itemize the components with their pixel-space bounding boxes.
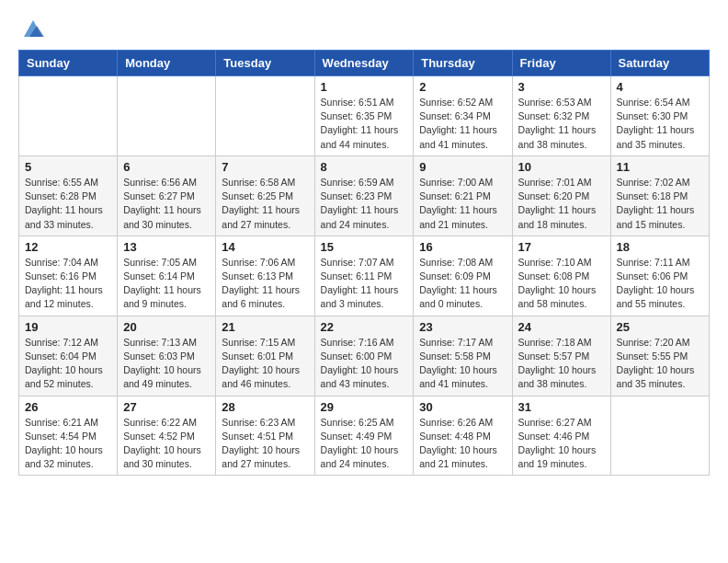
calendar: SundayMondayTuesdayWednesdayThursdayFrid… — [18, 50, 710, 476]
day-number: 23 — [419, 320, 506, 334]
weekday-header-saturday: Saturday — [610, 51, 709, 76]
day-number: 18 — [617, 240, 703, 254]
day-number: 27 — [123, 400, 210, 414]
weekday-header-row: SundayMondayTuesdayWednesdayThursdayFrid… — [19, 51, 710, 76]
day-number: 25 — [617, 320, 703, 334]
week-row-3: 12Sunrise: 7:04 AMSunset: 6:16 PMDayligh… — [19, 236, 710, 316]
day-info: Sunrise: 7:18 AMSunset: 5:57 PMDaylight:… — [518, 336, 605, 392]
calendar-cell: 31Sunrise: 6:27 AMSunset: 4:46 PMDayligh… — [512, 396, 610, 476]
day-info: Sunrise: 7:02 AMSunset: 6:18 PMDaylight:… — [617, 176, 703, 232]
calendar-cell — [19, 76, 118, 156]
calendar-cell: 15Sunrise: 7:07 AMSunset: 6:11 PMDayligh… — [314, 236, 414, 316]
calendar-cell: 14Sunrise: 7:06 AMSunset: 6:13 PMDayligh… — [216, 236, 314, 316]
calendar-cell — [216, 76, 314, 156]
day-number: 13 — [123, 240, 210, 254]
day-info: Sunrise: 7:16 AMSunset: 6:00 PMDaylight:… — [321, 336, 408, 392]
day-info: Sunrise: 6:55 AMSunset: 6:28 PMDaylight:… — [25, 176, 111, 232]
calendar-cell: 10Sunrise: 7:01 AMSunset: 6:20 PMDayligh… — [512, 155, 610, 236]
day-info: Sunrise: 7:00 AMSunset: 6:21 PMDaylight:… — [419, 176, 506, 232]
weekday-header-thursday: Thursday — [414, 51, 512, 76]
calendar-cell: 9Sunrise: 7:00 AMSunset: 6:21 PMDaylight… — [414, 155, 512, 236]
day-number: 5 — [25, 160, 111, 174]
week-row-1: 1Sunrise: 6:51 AMSunset: 6:35 PMDaylight… — [19, 76, 710, 156]
day-number: 15 — [321, 240, 408, 254]
calendar-cell: 20Sunrise: 7:13 AMSunset: 6:03 PMDayligh… — [118, 316, 216, 396]
calendar-cell: 18Sunrise: 7:11 AMSunset: 6:06 PMDayligh… — [610, 236, 709, 316]
day-info: Sunrise: 7:04 AMSunset: 6:16 PMDaylight:… — [25, 256, 111, 312]
calendar-cell — [610, 396, 709, 476]
day-number: 31 — [518, 400, 605, 414]
calendar-cell: 28Sunrise: 6:23 AMSunset: 4:51 PMDayligh… — [216, 396, 314, 476]
day-number: 6 — [123, 160, 210, 174]
day-number: 30 — [419, 400, 506, 414]
day-number: 24 — [518, 320, 605, 334]
weekday-header-sunday: Sunday — [19, 51, 118, 76]
calendar-cell: 16Sunrise: 7:08 AMSunset: 6:09 PMDayligh… — [414, 236, 512, 316]
calendar-cell: 5Sunrise: 6:55 AMSunset: 6:28 PMDaylight… — [19, 155, 118, 236]
day-info: Sunrise: 7:10 AMSunset: 6:08 PMDaylight:… — [518, 256, 605, 312]
day-info: Sunrise: 6:53 AMSunset: 6:32 PMDaylight:… — [518, 96, 605, 152]
day-number: 11 — [617, 160, 703, 174]
day-number: 8 — [321, 160, 408, 174]
day-info: Sunrise: 7:11 AMSunset: 6:06 PMDaylight:… — [617, 256, 703, 312]
page: SundayMondayTuesdayWednesdayThursdayFrid… — [0, 0, 728, 490]
day-info: Sunrise: 6:54 AMSunset: 6:30 PMDaylight:… — [617, 96, 703, 152]
day-info: Sunrise: 6:27 AMSunset: 4:46 PMDaylight:… — [518, 416, 605, 472]
day-info: Sunrise: 6:21 AMSunset: 4:54 PMDaylight:… — [25, 416, 111, 472]
day-number: 22 — [321, 320, 408, 334]
day-info: Sunrise: 6:52 AMSunset: 6:34 PMDaylight:… — [419, 96, 506, 152]
day-number: 1 — [321, 80, 408, 94]
calendar-cell — [118, 76, 216, 156]
day-info: Sunrise: 7:20 AMSunset: 5:55 PMDaylight:… — [617, 336, 703, 392]
calendar-cell: 2Sunrise: 6:52 AMSunset: 6:34 PMDaylight… — [414, 76, 512, 156]
calendar-cell: 27Sunrise: 6:22 AMSunset: 4:52 PMDayligh… — [118, 396, 216, 476]
day-number: 14 — [222, 240, 308, 254]
day-info: Sunrise: 6:51 AMSunset: 6:35 PMDaylight:… — [321, 96, 408, 152]
day-info: Sunrise: 7:05 AMSunset: 6:14 PMDaylight:… — [123, 256, 210, 312]
calendar-cell: 12Sunrise: 7:04 AMSunset: 6:16 PMDayligh… — [19, 236, 118, 316]
weekday-header-friday: Friday — [512, 51, 610, 76]
calendar-cell: 19Sunrise: 7:12 AMSunset: 6:04 PMDayligh… — [19, 316, 118, 396]
day-info: Sunrise: 6:56 AMSunset: 6:27 PMDaylight:… — [123, 176, 210, 232]
day-number: 26 — [25, 400, 111, 414]
day-info: Sunrise: 6:22 AMSunset: 4:52 PMDaylight:… — [123, 416, 210, 472]
week-row-2: 5Sunrise: 6:55 AMSunset: 6:28 PMDaylight… — [19, 155, 710, 236]
week-row-4: 19Sunrise: 7:12 AMSunset: 6:04 PMDayligh… — [19, 316, 710, 396]
calendar-cell: 30Sunrise: 6:26 AMSunset: 4:48 PMDayligh… — [414, 396, 512, 476]
day-number: 2 — [419, 80, 506, 94]
day-info: Sunrise: 6:23 AMSunset: 4:51 PMDaylight:… — [222, 416, 308, 472]
weekday-header-monday: Monday — [118, 51, 216, 76]
day-number: 17 — [518, 240, 605, 254]
day-number: 12 — [25, 240, 111, 254]
calendar-cell: 25Sunrise: 7:20 AMSunset: 5:55 PMDayligh… — [610, 316, 709, 396]
day-number: 28 — [222, 400, 308, 414]
day-number: 10 — [518, 160, 605, 174]
weekday-header-tuesday: Tuesday — [216, 51, 314, 76]
day-number: 3 — [518, 80, 605, 94]
day-number: 9 — [419, 160, 506, 174]
calendar-cell: 7Sunrise: 6:58 AMSunset: 6:25 PMDaylight… — [216, 155, 314, 236]
calendar-cell: 11Sunrise: 7:02 AMSunset: 6:18 PMDayligh… — [610, 155, 709, 236]
calendar-cell: 22Sunrise: 7:16 AMSunset: 6:00 PMDayligh… — [314, 316, 414, 396]
logo — [18, 18, 46, 40]
calendar-cell: 29Sunrise: 6:25 AMSunset: 4:49 PMDayligh… — [314, 396, 414, 476]
calendar-cell: 1Sunrise: 6:51 AMSunset: 6:35 PMDaylight… — [314, 76, 414, 156]
day-info: Sunrise: 6:25 AMSunset: 4:49 PMDaylight:… — [321, 416, 408, 472]
day-info: Sunrise: 6:58 AMSunset: 6:25 PMDaylight:… — [222, 176, 308, 232]
week-row-5: 26Sunrise: 6:21 AMSunset: 4:54 PMDayligh… — [19, 396, 710, 476]
calendar-cell: 3Sunrise: 6:53 AMSunset: 6:32 PMDaylight… — [512, 76, 610, 156]
day-number: 21 — [222, 320, 308, 334]
day-number: 29 — [321, 400, 408, 414]
day-info: Sunrise: 6:59 AMSunset: 6:23 PMDaylight:… — [321, 176, 408, 232]
day-info: Sunrise: 7:08 AMSunset: 6:09 PMDaylight:… — [419, 256, 506, 312]
day-info: Sunrise: 7:15 AMSunset: 6:01 PMDaylight:… — [222, 336, 308, 392]
calendar-cell: 4Sunrise: 6:54 AMSunset: 6:30 PMDaylight… — [610, 76, 709, 156]
calendar-cell: 21Sunrise: 7:15 AMSunset: 6:01 PMDayligh… — [216, 316, 314, 396]
day-number: 20 — [123, 320, 210, 334]
calendar-cell: 6Sunrise: 6:56 AMSunset: 6:27 PMDaylight… — [118, 155, 216, 236]
calendar-cell: 23Sunrise: 7:17 AMSunset: 5:58 PMDayligh… — [414, 316, 512, 396]
day-number: 16 — [419, 240, 506, 254]
day-info: Sunrise: 7:17 AMSunset: 5:58 PMDaylight:… — [419, 336, 506, 392]
calendar-cell: 24Sunrise: 7:18 AMSunset: 5:57 PMDayligh… — [512, 316, 610, 396]
day-info: Sunrise: 7:13 AMSunset: 6:03 PMDaylight:… — [123, 336, 210, 392]
